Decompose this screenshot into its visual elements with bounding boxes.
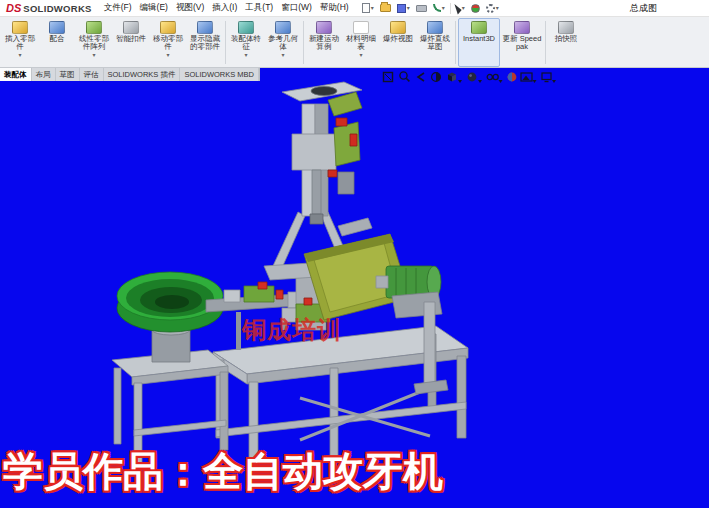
command-manager-tabs: 装配体 布局 草图 评估 SOLIDWORKS 插件 SOLIDWORKS MB… [0,68,260,81]
undo-button[interactable]: ▾ [432,4,446,12]
undo-icon [433,4,441,12]
ribbon-separator [455,21,456,64]
menu-edit[interactable]: 编辑(E) [136,1,172,15]
caption-text: 学员作品：全自动攻牙机 [3,444,443,499]
reference-geometry-icon [275,21,291,34]
options-gear-icon [486,4,495,13]
menubar: DS SOLIDWORKS 文件(F) 编辑(E) 视图(V) 插入(I) 工具… [0,0,709,17]
instant3d-icon [471,21,487,34]
watermark-text: 铜成培训 [242,314,342,346]
open-button[interactable] [379,4,392,12]
print-button[interactable] [415,5,428,12]
chevron-down-icon: ▾ [407,5,410,11]
rebuild-button[interactable] [470,4,481,13]
zoom-fit-icon[interactable] [384,73,393,82]
tab-solidworks-addins[interactable]: SOLIDWORKS 插件 [104,68,181,81]
solidworks-logo: DS SOLIDWORKS [6,2,92,14]
rebuild-icon [471,4,480,13]
assembly-model-canvas[interactable] [0,68,709,508]
ribbon-separator [545,21,546,64]
tab-assembly[interactable]: 装配体 [0,68,32,81]
menu-help[interactable]: 帮助(H) [316,1,353,15]
chevron-down-icon: ▾ [281,52,284,58]
show-hidden-components-button[interactable]: 显示隐藏的零部件 [187,18,223,67]
select-arrow-icon [454,2,462,14]
command-manager-ribbon: 插入零部件 ▾ 配合 线性零部件阵列 ▾ 智能扣件 移动零部件 ▾ 显示隐藏的零… [0,17,709,68]
menu-window[interactable]: 窗口(W) [277,1,316,15]
exploded-view-icon [390,21,406,34]
new-motion-study-button[interactable]: 新建运动算例 [306,18,342,67]
show-hidden-icon [197,21,213,34]
chevron-down-icon: ▾ [462,5,465,11]
linear-pattern-icon [86,21,102,34]
speedpak-icon [514,21,530,34]
menu-insert[interactable]: 插入(I) [208,1,241,15]
save-icon [397,4,406,13]
explode-line-sketch-button[interactable]: 爆炸直线草图 [417,18,453,67]
move-component-button[interactable]: 移动零部件 ▾ [150,18,186,67]
open-folder-icon [380,4,391,12]
smart-fasteners-icon [123,21,139,34]
previous-view-icon[interactable] [418,73,424,81]
bill-of-materials-button[interactable]: 材料明细表 ▾ [343,18,379,67]
chevron-down-icon: ▾ [359,52,362,58]
mate-icon [49,21,65,34]
select-tool-button[interactable]: ▾ [455,3,466,14]
menu-tools[interactable]: 工具(T) [241,1,277,15]
bom-icon [353,21,369,34]
chevron-down-icon: ▾ [244,52,247,58]
new-document-icon [362,3,370,13]
chevron-down-icon: ▾ [496,5,499,11]
ribbon-separator [225,21,226,64]
toolbar-divider [450,3,451,14]
insert-components-button[interactable]: 插入零部件 ▾ [2,18,38,67]
view-orientation-icon[interactable] [448,73,462,84]
save-button[interactable]: ▾ [396,4,411,13]
display-style-icon[interactable] [468,73,482,83]
options-button[interactable]: ▾ [485,4,500,13]
reference-geometry-button[interactable]: 参考几何体 ▾ [265,18,301,67]
chevron-down-icon: ▾ [442,5,445,11]
quick-access-toolbar: ▾ ▾ ▾ ▾ [361,3,500,14]
view-settings-icon[interactable] [542,73,556,83]
zoom-area-icon[interactable] [400,72,410,82]
hide-show-items-icon[interactable] [487,74,502,83]
assembly-features-icon [238,21,254,34]
explode-line-icon [427,21,443,34]
chevron-down-icon: ▾ [92,52,95,58]
motion-study-icon [316,21,332,34]
model-bowl-feeder[interactable] [117,272,223,362]
tab-layout[interactable]: 布局 [32,68,56,81]
move-component-icon [160,21,176,34]
exploded-view-button[interactable]: 爆炸视图 [380,18,416,67]
insert-component-icon [12,21,28,34]
print-icon [416,5,427,12]
solidworks-window: DS SOLIDWORKS 文件(F) 编辑(E) 视图(V) 插入(I) 工具… [0,0,709,510]
chevron-down-icon: ▾ [18,52,21,58]
tab-evaluate[interactable]: 评估 [80,68,104,81]
section-view-icon[interactable] [432,73,441,82]
edit-appearance-icon[interactable] [508,73,517,82]
new-document-button[interactable]: ▾ [361,3,375,13]
mate-button[interactable]: 配合 [39,18,75,67]
tab-solidworks-mbd[interactable]: SOLIDWORKS MBD [180,68,259,81]
snapshot-icon [558,21,574,34]
linear-component-pattern-button[interactable]: 线性零部件阵列 ▾ [76,18,112,67]
assembly-features-button[interactable]: 装配体特征 ▾ [228,18,264,67]
chevron-down-icon: ▾ [166,52,169,58]
apply-scene-icon[interactable] [521,73,537,83]
ds-logo-mark: DS [6,2,21,14]
update-speedpak-button[interactable]: 更新 Speedpak [501,18,543,67]
chevron-down-icon: ▾ [371,5,374,11]
menu-file[interactable]: 文件(F) [100,1,136,15]
take-snapshot-button[interactable]: 拍快照 [548,18,584,67]
smart-fasteners-button[interactable]: 智能扣件 [113,18,149,67]
solidworks-wordmark: SOLIDWORKS [23,3,91,14]
tab-sketch[interactable]: 草图 [56,68,80,81]
ribbon-separator [303,21,304,64]
heads-up-toolbar [382,70,560,84]
menu-view[interactable]: 视图(V) [172,1,208,15]
instant3d-button[interactable]: Instant3D [458,18,500,67]
document-title: 总成图 [630,2,705,15]
graphics-viewport[interactable]: 装配体 布局 草图 评估 SOLIDWORKS 插件 SOLIDWORKS MB… [0,68,709,508]
